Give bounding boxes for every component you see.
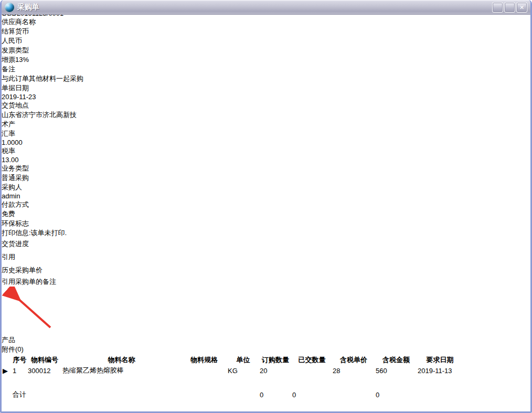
exchange-rate-label: 汇率 (2, 129, 530, 139)
currency-field[interactable]: 人民币 (2, 36, 95, 46)
col-header[interactable]: 订购数量 (260, 355, 291, 365)
table-total-row: 合计 0 0 0 (3, 390, 462, 399)
scroll-up-icon[interactable]: ˄ (2, 409, 530, 413)
col-header[interactable]: 单位 (228, 355, 259, 365)
col-header[interactable]: 物料规格 (182, 355, 227, 365)
payment-method-field[interactable]: 免费 (2, 209, 96, 219)
annotation-arrow-icon (2, 287, 59, 334)
close-icon: ✕ (519, 4, 524, 10)
close-button[interactable]: ✕ (516, 2, 527, 13)
tab-products[interactable]: 产品 (2, 335, 225, 345)
minimize-button[interactable] (492, 2, 503, 13)
row-marker-header (3, 355, 12, 365)
app-globe-icon (5, 3, 14, 12)
col-header[interactable]: 已交数量 (292, 355, 332, 365)
remark-field[interactable]: 与此订单其他材料一起采购 (2, 74, 373, 83)
col-header[interactable]: 要求日期 (418, 355, 462, 365)
invoice-type-field[interactable]: 增票13% (2, 55, 95, 65)
grid-body: ▶ 1 300012 热缩聚乙烯热熔胶棒 KG 20 28 560 2019-1… (3, 366, 462, 408)
total-delivered-qty: 0 (292, 390, 332, 399)
total-label: 合计 (13, 390, 27, 399)
delivery-progress-button: 交货进度 (2, 238, 45, 251)
tax-rate-field[interactable]: 13.00 (2, 156, 93, 164)
doc-date-label: 单据日期 (2, 83, 530, 93)
table-empty-row[interactable] (3, 400, 462, 408)
business-type-label: 业务类型 (2, 164, 530, 173)
title-bar[interactable]: 采购单 ✕ (2, 0, 530, 15)
currency-label: 结算货币 (2, 27, 530, 36)
purchaser-label: 采购人 (2, 183, 530, 192)
tax-rate-label: 税率 (2, 146, 530, 156)
purchase-order-window: 采购单 ✕ 单据编号 CGD20191123/0001 供应商名称 结算货币 人… (0, 0, 532, 413)
eco-mark-label: 环保标志 (2, 219, 530, 228)
delivery-place-combo[interactable]: 山东省济宁市济北高新技术产 (2, 110, 93, 129)
window-title: 采购单 (17, 3, 39, 12)
col-header[interactable]: 物料编号 (28, 355, 61, 365)
vertical-scrollbar[interactable]: ˄ ˅ (2, 409, 530, 413)
tab-attachments[interactable]: 附件(0) (2, 345, 236, 354)
products-grid: 序号 物料编号 物料名称 物料规格 单位 订购数量 已交数量 含税单价 含税金额… (2, 354, 530, 413)
purchaser-field[interactable]: admin (2, 192, 96, 200)
col-header[interactable]: 物料名称 (62, 355, 180, 365)
col-header[interactable]: 序号 (13, 355, 27, 365)
reference-button[interactable]: 引用 (2, 251, 44, 264)
exchange-rate-field[interactable]: 1.0000 (2, 139, 93, 146)
table-row-selected[interactable]: ▶ 1 300012 热缩聚乙烯热熔胶棒 KG 20 28 560 2019-1… (3, 366, 462, 375)
total-order-qty: 0 (260, 390, 291, 399)
payment-method-label: 付款方式 (2, 200, 530, 209)
current-row-arrow-icon: ▶ (3, 367, 8, 375)
history-price-button[interactable]: 历史采购单价 (2, 264, 45, 277)
print-info-text: 打印信息:该单未打印. (2, 228, 530, 238)
business-type-combo[interactable]: 普通采购 (2, 173, 96, 183)
remark-label: 备注 (2, 65, 530, 74)
invoice-type-label: 发票类型 (2, 46, 530, 55)
maximize-button[interactable] (504, 2, 515, 13)
doc-date-combo[interactable]: 2019-11-23 (2, 93, 93, 101)
total-amount: 0 (376, 390, 417, 399)
col-header[interactable]: 含税单价 (333, 355, 375, 365)
col-header[interactable]: 含税金额 (376, 355, 417, 365)
supplier-label: 供应商名称 (2, 17, 530, 27)
annotation-text: 引用采购单的备注 (2, 277, 530, 287)
table-header-row: 序号 物料编号 物料名称 物料规格 单位 订购数量 已交数量 含税单价 含税金额… (3, 355, 462, 365)
delivery-place-label: 交货地点 (2, 101, 530, 110)
